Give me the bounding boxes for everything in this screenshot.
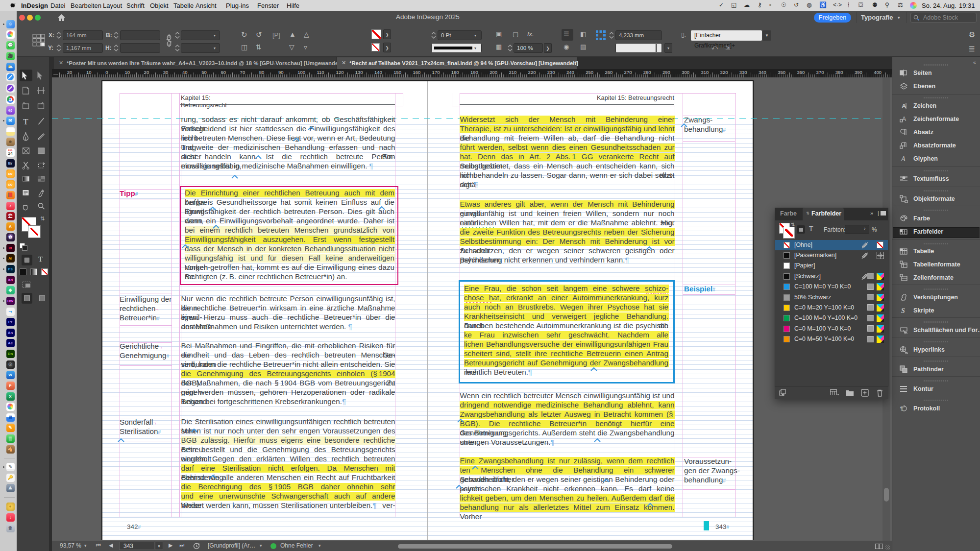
- svg-text:T: T: [23, 118, 28, 126]
- svg-text:A: A: [901, 155, 906, 163]
- svg-text:S: S: [901, 307, 905, 314]
